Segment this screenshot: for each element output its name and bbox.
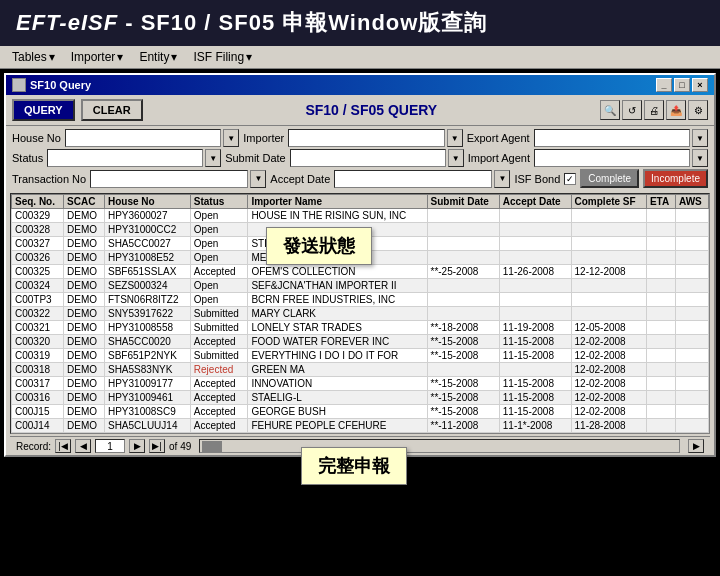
table-row[interactable]: C00J15 DEMO HPY31008SC9 Accepted GEORGE … [12,405,709,419]
cell-house: SEZS000324 [104,279,190,293]
cell-scac: DEMO [64,223,105,237]
importer-input[interactable] [288,129,444,147]
nav-first[interactable]: |◀ [55,439,71,453]
minimize-button[interactable]: _ [656,78,672,92]
incomplete-button[interactable]: Incomplete [643,169,708,188]
table-row[interactable]: C00319 DEMO SBF651P2NYK Submitted EVERYT… [12,349,709,363]
cell-accept: 11-15-2008 [499,335,571,349]
cell-status: Submitted [190,307,248,321]
house-no-input[interactable] [65,129,221,147]
accept-date-dropdown[interactable]: ▼ [494,170,510,188]
cell-house: SHA5S83NYK [104,363,190,377]
export-agent-dropdown[interactable]: ▼ [692,129,708,147]
table-row[interactable]: C00324 DEMO SEZS000324 Open SEF&JCNA'THA… [12,279,709,293]
cell-seq: C00318 [12,363,64,377]
menu-tables[interactable]: Tables ▾ [4,48,63,66]
cell-accept: 11-26-2008 [499,265,571,279]
export-agent-input[interactable] [534,129,690,147]
cell-importer: HOUSE IN THE RISING SUN, INC [248,209,427,223]
cell-submit [427,209,499,223]
table-row[interactable]: C00325 DEMO SBF651SSLAX Accepted OFEM'S … [12,265,709,279]
horizontal-scrollbar[interactable] [199,439,680,453]
cell-house: HPY31000CC2 [104,223,190,237]
table-row[interactable]: C00317 DEMO HPY31009177 Accepted INNOVAT… [12,377,709,391]
transaction-no-dropdown[interactable]: ▼ [250,170,266,188]
cell-accept: 11-19-2008 [499,321,571,335]
cell-seq: C00J14 [12,419,64,433]
house-no-label: House No [12,132,61,144]
cell-scac: DEMO [64,349,105,363]
cell-aws [675,377,708,391]
cell-eta [646,419,675,433]
table-row[interactable]: C00329 DEMO HPY3600027 Open HOUSE IN THE… [12,209,709,223]
cell-house: HPY3600027 [104,209,190,223]
cell-importer: GEORGE BUSH [248,405,427,419]
submit-date-input[interactable] [290,149,446,167]
status-dropdown[interactable]: ▼ [205,149,221,167]
cell-scac: DEMO [64,209,105,223]
cell-accept: 11-1*-2008 [499,419,571,433]
cell-aws [675,405,708,419]
house-no-dropdown[interactable]: ▼ [223,129,239,147]
import-agent-dropdown[interactable]: ▼ [692,149,708,167]
accept-date-input[interactable] [334,170,492,188]
cell-complete [571,293,646,307]
table-row[interactable]: C00TP3 DEMO FTSN06R8ITZ2 Open BCRN FREE … [12,293,709,307]
query-button[interactable]: QUERY [12,99,75,121]
close-button[interactable]: × [692,78,708,92]
cell-aws [675,265,708,279]
submit-date-label: Submit Date [225,152,286,164]
cell-aws [675,307,708,321]
cell-status: Accepted [190,391,248,405]
search-icon[interactable]: 🔍 [600,100,620,120]
import-agent-input[interactable] [534,149,690,167]
menu-importer[interactable]: Importer ▾ [63,48,132,66]
table-row[interactable]: C00320 DEMO SHA5CC0020 Accepted FOOD WAT… [12,335,709,349]
isf-bond-label: ISF Bond [514,173,560,185]
nav-last[interactable]: ▶| [149,439,165,453]
cell-seq: C00321 [12,321,64,335]
transaction-no-input[interactable] [90,170,248,188]
print-icon[interactable]: 🖨 [644,100,664,120]
cell-complete: 12-02-2008 [571,377,646,391]
toolbar-icons: 🔍 ↺ 🖨 📤 ⚙ [600,100,708,120]
page-input[interactable] [95,439,125,453]
nav-next[interactable]: ▶ [129,439,145,453]
cell-seq: C00328 [12,223,64,237]
refresh-icon[interactable]: ↺ [622,100,642,120]
cell-complete: 12-02-2008 [571,335,646,349]
table-row[interactable]: C00322 DEMO SNY53917622 Submitted MARY C… [12,307,709,321]
cell-eta [646,391,675,405]
query-title: SF10 / SF05 QUERY [149,102,594,118]
submit-date-dropdown[interactable]: ▼ [448,149,464,167]
cell-scac: DEMO [64,335,105,349]
menu-entity[interactable]: Entity ▾ [131,48,185,66]
complete-button[interactable]: Complete [580,169,639,188]
cell-importer: MARY CLARK [248,307,427,321]
cell-complete [571,223,646,237]
cell-importer: STAELIG-L [248,391,427,405]
menu-isf-filing[interactable]: ISF Filing ▾ [185,48,260,66]
table-row[interactable]: C00318 DEMO SHA5S83NYK Rejected GREEN MA… [12,363,709,377]
col-aws: AWS [675,195,708,209]
form-row-1: House No ▼ Importer ▼ Export Agent ▼ [12,129,708,147]
cell-eta [646,223,675,237]
status-input[interactable] [47,149,203,167]
settings-icon[interactable]: ⚙ [688,100,708,120]
nav-prev[interactable]: ◀ [75,439,91,453]
cell-eta [646,265,675,279]
cell-submit: **-11-2008 [427,419,499,433]
table-row[interactable]: C00J14 DEMO SHA5CLUUJ14 Accepted FEHURE … [12,419,709,433]
table-row[interactable]: C00321 DEMO HPY31008558 Submitted LONELY… [12,321,709,335]
col-house: House No [104,195,190,209]
export-agent-group: ▼ [534,129,708,147]
cell-accept [499,279,571,293]
importer-dropdown[interactable]: ▼ [447,129,463,147]
status-label: Status [12,152,43,164]
table-row[interactable]: C00316 DEMO HPY31009461 Accepted STAELIG… [12,391,709,405]
maximize-button[interactable]: □ [674,78,690,92]
clear-button[interactable]: CLEAR [81,99,143,121]
export-icon[interactable]: 📤 [666,100,686,120]
isf-bond-checkbox[interactable]: ✓ [564,173,576,185]
scroll-right[interactable]: ▶ [688,439,704,453]
